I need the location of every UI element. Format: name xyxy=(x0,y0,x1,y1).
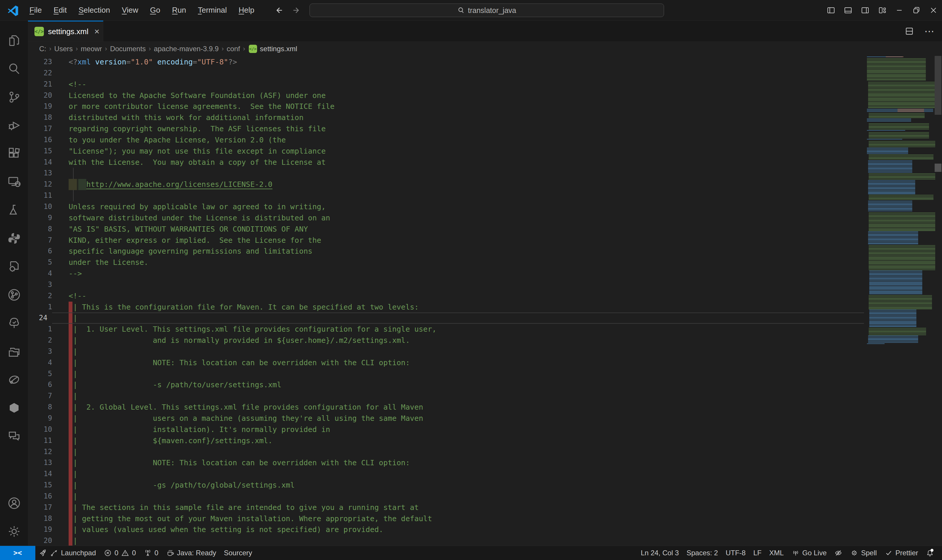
code-line[interactable]: 16 | xyxy=(28,491,864,502)
code-line[interactable]: 4--> xyxy=(28,268,864,279)
go-live-item[interactable]: Go Live xyxy=(788,546,831,560)
line-number[interactable]: 2 xyxy=(33,291,52,302)
code-line[interactable]: 5under the License. xyxy=(28,257,864,268)
cursor-position-item[interactable]: Ln 24, Col 3 xyxy=(637,546,683,560)
line-number[interactable]: 6 xyxy=(33,379,52,391)
testing-icon[interactable] xyxy=(0,196,28,224)
breadcrumb-item[interactable]: apache-maven-3.9.9 xyxy=(152,45,220,53)
code-line[interactable]: 12 | xyxy=(28,446,864,458)
menu-view[interactable]: View xyxy=(117,3,144,17)
problems-item[interactable]: 0 0 xyxy=(100,546,140,560)
code-line[interactable]: 10 | installation). It's normally provid… xyxy=(28,424,864,435)
line-number[interactable]: 20 xyxy=(33,535,52,546)
line-number[interactable]: 17 xyxy=(33,502,52,513)
spell-checker-item[interactable]: Spell xyxy=(846,546,880,560)
line-number[interactable]: 7 xyxy=(33,235,52,246)
code-line[interactable]: 3 xyxy=(28,279,864,291)
code-line[interactable]: 23<?xml version="1.0" encoding="UTF-8"?> xyxy=(28,57,864,68)
sourcery-item[interactable]: Sourcery xyxy=(220,546,256,560)
run-debug-icon[interactable] xyxy=(0,111,28,140)
command-center-search[interactable]: translator_java xyxy=(310,3,664,17)
line-number[interactable]: 11 xyxy=(33,435,52,446)
code-line[interactable]: 17 | The sections in this sample file ar… xyxy=(28,502,864,513)
line-number[interactable]: 24 xyxy=(29,312,48,324)
line-number[interactable]: 9 xyxy=(33,212,52,224)
line-number[interactable]: 18 xyxy=(33,112,52,123)
code-line[interactable]: 16to you under the Apache License, Versi… xyxy=(28,134,864,146)
customize-layout-button[interactable] xyxy=(874,0,891,21)
forward-arrow-icon[interactable] xyxy=(291,5,302,15)
code-line[interactable]: 17regarding copyright ownership. The ASF… xyxy=(28,123,864,134)
code-line[interactable]: 13 | NOTE: This location can be overridd… xyxy=(28,457,864,468)
menu-selection[interactable]: Selection xyxy=(73,3,116,17)
line-number[interactable]: 4 xyxy=(33,357,52,368)
code-line[interactable]: 6 | -s /path/to/user/settings.xml xyxy=(28,379,864,391)
split-editor-icon[interactable] xyxy=(904,26,914,36)
menu-file[interactable]: File xyxy=(24,3,47,17)
settings-gear-icon[interactable] xyxy=(0,517,28,546)
code-editor[interactable]: 23<?xml version="1.0" encoding="UTF-8"?>… xyxy=(28,56,942,546)
line-number[interactable]: 15 xyxy=(33,146,52,157)
code-line[interactable]: 2 | and is normally provided in ${user.h… xyxy=(28,335,864,346)
code-line[interactable]: 18 | getting the most out of your Maven … xyxy=(28,513,864,525)
comments-icon[interactable] xyxy=(0,422,28,450)
code-line[interactable]: 11 | ${maven.conf}/settings.xml. xyxy=(28,435,864,446)
code-line[interactable]: 14with the License. You may obtain a cop… xyxy=(28,157,864,168)
line-number[interactable]: 22 xyxy=(33,68,52,79)
tree-provider-icon[interactable] xyxy=(0,309,28,337)
code-line[interactable]: 8"AS IS" BASIS, WITHOUT WARRANTIES OR CO… xyxy=(28,224,864,235)
code-line[interactable]: 22 xyxy=(28,68,864,79)
line-number[interactable]: 13 xyxy=(33,168,52,179)
line-number[interactable]: 7 xyxy=(33,391,52,402)
code-line[interactable]: 4 | NOTE: This location can be overridde… xyxy=(28,357,864,368)
line-number[interactable]: 3 xyxy=(33,346,52,357)
line-number[interactable]: 11 xyxy=(33,190,52,201)
menu-go[interactable]: Go xyxy=(145,3,166,17)
code-line[interactable]: 14 | xyxy=(28,468,864,480)
breadcrumb-item[interactable]: Users xyxy=(52,45,74,53)
code-line[interactable]: 7KIND, either express or implied. See th… xyxy=(28,235,864,246)
docker-whale-icon[interactable] xyxy=(0,366,28,394)
line-number[interactable]: 16 xyxy=(33,134,52,146)
line-number[interactable]: 8 xyxy=(33,402,52,413)
line-number[interactable]: 19 xyxy=(33,101,52,112)
eol-item[interactable]: LF xyxy=(749,546,765,560)
python-icon[interactable] xyxy=(0,224,28,252)
source-control-icon[interactable] xyxy=(0,83,28,111)
menu-run[interactable]: Run xyxy=(167,3,191,17)
line-number[interactable]: 5 xyxy=(33,368,52,380)
code-line[interactable]: 18distributed with this work for additio… xyxy=(28,112,864,123)
tab-settings-xml[interactable]: </> settings.xml × xyxy=(28,21,103,42)
breadcrumb[interactable]: C:›Users›meowr›Documents›apache-maven-3.… xyxy=(28,42,942,56)
code-line[interactable]: 19 | values (values used when the settin… xyxy=(28,524,864,535)
search-icon[interactable] xyxy=(0,55,28,83)
menu-terminal[interactable]: Terminal xyxy=(193,3,232,17)
breadcrumb-item[interactable]: meowr xyxy=(79,45,104,53)
line-number[interactable]: 14 xyxy=(33,468,52,480)
folder-library-icon[interactable] xyxy=(0,337,28,366)
hexagon-extension-icon[interactable] xyxy=(0,394,28,422)
remote-indicator[interactable]: >< xyxy=(0,546,35,560)
encoding-item[interactable]: UTF-8 xyxy=(722,546,749,560)
line-number[interactable]: 20 xyxy=(33,90,52,101)
close-button[interactable] xyxy=(925,0,942,21)
menu-edit[interactable]: Edit xyxy=(48,3,72,17)
minimize-button[interactable] xyxy=(891,0,908,21)
indentation-item[interactable]: Spaces: 2 xyxy=(683,546,722,560)
more-actions-icon[interactable]: ⋯ xyxy=(924,25,935,37)
code-line[interactable]: 5 | xyxy=(28,368,864,380)
line-number[interactable]: 1 xyxy=(33,324,52,335)
code-line[interactable]: 21<!-- xyxy=(28,79,864,90)
code-line[interactable]: 1 | 1. User Level. This settings.xml fil… xyxy=(28,324,864,335)
remote-explorer-icon[interactable] xyxy=(0,168,28,196)
cmake-tools-icon[interactable] xyxy=(0,252,28,281)
line-number[interactable]: 16 xyxy=(33,491,52,502)
code-line[interactable]: 19or more contributor license agreements… xyxy=(28,101,864,112)
code-line[interactable]: 12 http://www.apache.org/licenses/LICENS… xyxy=(28,179,864,190)
code-line[interactable]: 9software distributed under the License … xyxy=(28,212,864,224)
line-number[interactable]: 10 xyxy=(33,424,52,435)
explorer-icon[interactable] xyxy=(0,26,28,55)
line-number[interactable]: 18 xyxy=(33,513,52,525)
code-line[interactable]: 8 | 2. Global Level. This settings.xml f… xyxy=(28,402,864,413)
git-graph-icon[interactable] xyxy=(0,281,28,309)
